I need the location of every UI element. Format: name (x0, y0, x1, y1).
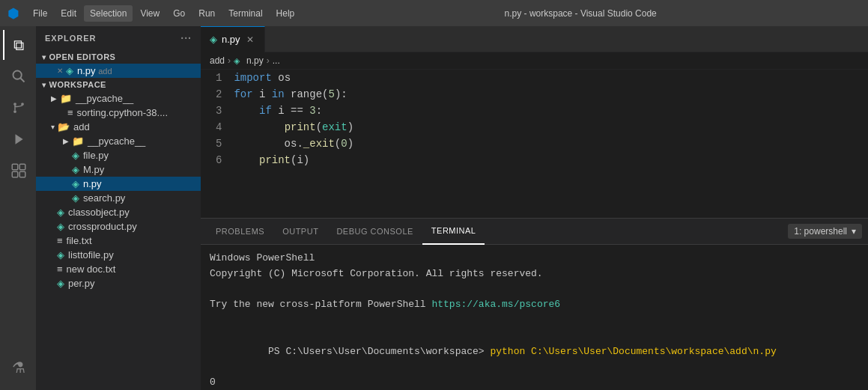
file-py-item[interactable]: ◈ file.py (36, 148, 201, 162)
crossproduct-py-icon: ◈ (57, 221, 64, 232)
flask-activity-icon[interactable]: ⚗ (3, 353, 33, 383)
terminal-line-2: Copyright (C) Microsoft Corporation. All… (210, 266, 859, 282)
panel-actions: 1: powershell ▾ (788, 224, 862, 239)
per-py-icon: ◈ (57, 278, 64, 289)
code-line-6: print(i) (234, 152, 868, 168)
svg-point-4 (21, 103, 24, 106)
pycache-chevron: ▶ (51, 94, 57, 103)
mpy-icon: ◈ (72, 164, 79, 175)
code-line-2: for i in range(5): (234, 86, 868, 103)
menu-go[interactable]: Go (167, 5, 191, 22)
svg-point-0 (13, 71, 22, 79)
main-area: ⧉ ⚗ Explorer ··· ▾ Open Editors (0, 26, 868, 390)
window-title: n.py - workspace - Visual Studio Code (300, 8, 861, 19)
sidebar-content: ▾ Open Editors ✕ ◈ n.py add ▾ Workspace … (36, 50, 201, 390)
vscode-logo: ⬢ (7, 5, 19, 22)
code-line-3: if i == 3: (234, 103, 868, 119)
workspace-section[interactable]: ▾ Workspace (36, 78, 201, 91)
menu-run[interactable]: Run (192, 5, 221, 22)
panel-tabs: PROBLEMS OUTPUT DEBUG CONSOLE TERMINAL 1… (201, 219, 868, 245)
svg-point-3 (13, 110, 16, 113)
search-py-icon: ◈ (72, 192, 79, 204)
code-line-4: print(exit) (234, 119, 868, 135)
py-file-icon: ◈ (66, 65, 73, 76)
add-chevron: ▾ (51, 123, 55, 131)
source-control-activity-icon[interactable] (3, 93, 33, 123)
titlebar: ⬢ File Edit Selection View Go Run Termin… (0, 0, 868, 26)
menu-edit[interactable]: Edit (55, 5, 82, 22)
search-py-item[interactable]: ◈ search.py (36, 191, 201, 205)
file-txt-item[interactable]: ≡ file.txt (36, 234, 201, 248)
per-py-item[interactable]: ◈ per.py (36, 276, 201, 290)
svg-point-2 (13, 103, 16, 106)
activity-bar: ⧉ ⚗ (0, 26, 36, 390)
classobject-py-icon: ◈ (57, 207, 64, 218)
problems-tab[interactable]: PROBLEMS (207, 219, 273, 245)
terminal-line-6: PS C:\Users\User\Documents\workspace> py… (210, 329, 859, 375)
svg-rect-7 (12, 164, 18, 170)
svg-marker-6 (16, 134, 23, 144)
output-tab[interactable]: OUTPUT (273, 219, 327, 245)
menu-view[interactable]: View (134, 5, 166, 22)
tab-npy[interactable]: ◈ n.py ✕ (201, 26, 265, 52)
svg-rect-9 (12, 171, 18, 177)
sidebar-header: Explorer ··· (36, 26, 201, 50)
terminal-line-7: 0 (210, 375, 859, 390)
listtofile-py-item[interactable]: ◈ listtofile.py (36, 248, 201, 262)
debug-console-tab[interactable]: DEBUG CONSOLE (327, 219, 422, 245)
svg-rect-10 (19, 171, 25, 177)
file-py-icon: ◈ (72, 150, 79, 161)
sidebar: Explorer ··· ▾ Open Editors ✕ ◈ n.py add… (36, 26, 201, 390)
code-line-1: import os (234, 70, 868, 86)
terminal-tab[interactable]: TERMINAL (422, 219, 485, 245)
code-content[interactable]: import os for i in range(5): if i == 3: … (231, 70, 868, 218)
more-options-icon[interactable]: ··· (180, 32, 192, 44)
npy-icon: ◈ (72, 178, 79, 189)
terminal-line-1: Windows PowerShell (210, 251, 859, 266)
sorting-file[interactable]: ≡ sorting.cpython-38.... (36, 106, 201, 120)
menu-file[interactable]: File (27, 5, 53, 22)
add-pycache-folder-icon: 📁 (72, 135, 84, 147)
terminal-line-4: Try the new cross-platform PowerShell ht… (210, 297, 859, 313)
terminal-content[interactable]: Windows PowerShell Copyright (C) Microso… (201, 245, 868, 390)
add-folder[interactable]: ▾ 📂 add (36, 120, 201, 134)
tab-close-icon[interactable]: ✕ (245, 34, 255, 46)
line-numbers: 1 2 3 4 5 6 (201, 70, 231, 218)
classobject-py-item[interactable]: ◈ classobject.py (36, 205, 201, 219)
add-pycache-chevron: ▶ (63, 137, 69, 145)
add-pycache-folder[interactable]: ▶ 📁 __pycache__ (36, 134, 201, 148)
breadcrumb: add › ◈ n.py › ... (201, 52, 868, 70)
newdoc-txt-item[interactable]: ≡ new doc.txt (36, 262, 201, 276)
terminal-line-5 (210, 313, 859, 329)
explorer-activity-icon[interactable]: ⧉ (3, 30, 33, 60)
code-editor[interactable]: 1 2 3 4 5 6 import os for i in range(5):… (201, 70, 868, 218)
open-editor-npy[interactable]: ✕ ◈ n.py add (36, 64, 201, 78)
sidebar-header-icons: ··· (180, 32, 192, 44)
menu-help[interactable]: Help (270, 5, 301, 22)
run-debug-activity-icon[interactable] (3, 124, 33, 154)
extensions-activity-icon[interactable] (3, 156, 33, 186)
menu-bar: File Edit Selection View Go Run Terminal… (27, 5, 300, 22)
terminal-line-3 (210, 282, 859, 298)
pycache-folder[interactable]: ▶ 📁 __pycache__ (36, 91, 201, 106)
menu-selection[interactable]: Selection (84, 5, 133, 22)
open-editors-section[interactable]: ▾ Open Editors (36, 50, 201, 64)
code-line-5: os._exit(0) (234, 135, 868, 152)
menu-terminal[interactable]: Terminal (222, 5, 268, 22)
search-activity-icon[interactable] (3, 61, 33, 91)
txt-file-icon: ≡ (67, 107, 73, 118)
terminal-dropdown[interactable]: 1: powershell ▾ (788, 224, 862, 239)
tab-bar: ◈ n.py ✕ (201, 26, 868, 52)
mpy-item[interactable]: ◈ M.py (36, 162, 201, 177)
close-editor-icon[interactable]: ✕ (57, 67, 63, 75)
folder-icon: 📁 (60, 93, 72, 104)
file-txt-icon: ≡ (57, 235, 63, 246)
crossproduct-py-item[interactable]: ◈ crossproduct.py (36, 219, 201, 234)
tab-py-icon: ◈ (210, 34, 217, 45)
panel-area: PROBLEMS OUTPUT DEBUG CONSOLE TERMINAL 1… (201, 218, 868, 390)
npy-item[interactable]: ◈ n.py (36, 177, 201, 191)
newdoc-txt-icon: ≡ (57, 263, 63, 275)
svg-rect-8 (19, 164, 25, 170)
dropdown-chevron-icon: ▾ (852, 226, 856, 237)
workspace-chevron: ▾ (42, 81, 46, 89)
